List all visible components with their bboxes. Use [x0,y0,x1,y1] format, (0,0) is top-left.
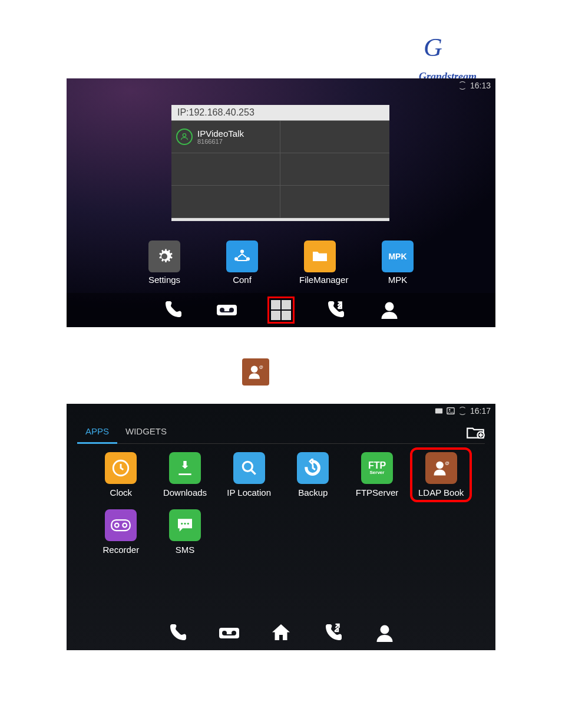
account-cell-empty[interactable] [280,153,389,186]
apps-grid-icon[interactable] [267,297,295,324]
app-ftpserver[interactable]: FTPServer FTPServer [351,452,404,498]
home-icon[interactable] [269,621,293,645]
svg-point-22 [181,523,183,525]
account-status-icon [176,129,193,145]
svg-point-23 [184,523,186,525]
app-ldap-book[interactable]: @ LDAP Book [414,451,468,499]
call-history-icon[interactable] [320,621,345,645]
people-icon [226,241,258,272]
app-backup[interactable]: Backup [287,452,339,498]
svg-rect-11 [435,409,442,414]
image-status-icon [447,407,455,415]
account-cell-empty[interactable] [280,186,389,218]
svg-rect-7 [222,311,232,312]
svg-point-9 [251,366,258,373]
tab-bar: APPS WIDGETS [77,420,485,444]
app-mpk[interactable]: MPK MPK [377,241,418,285]
app-downloads[interactable]: Downloads [159,452,211,498]
status-bar: 16:17 [435,406,491,416]
svg-point-20 [115,523,119,528]
svg-point-29 [381,625,389,634]
sync-icon [458,407,467,415]
contacts-icon[interactable] [376,298,403,322]
phone-icon[interactable] [159,298,186,322]
dock-bar [67,616,495,650]
svg-text:@: @ [445,460,449,466]
svg-point-13 [449,409,451,411]
folder-add-icon[interactable] [466,426,485,439]
sync-icon [458,81,467,90]
apps-screen-screenshot: 16:17 APPS WIDGETS Clock Downloads [67,404,495,650]
svg-point-24 [187,523,189,525]
voicemail-icon[interactable] [217,621,242,645]
app-ip-location[interactable]: IP Location [223,452,275,498]
call-history-icon[interactable] [322,298,349,322]
ldap-book-icon: @ [242,358,269,386]
status-clock: 16:13 [470,81,491,90]
account-widget: IP:192.168.40.253 IPVideoTalk 8166617 [171,105,389,221]
svg-point-16 [243,462,252,471]
svg-point-1 [240,249,244,253]
account-cell[interactable]: IPVideoTalk 8166617 [171,121,280,153]
mpk-icon: MPK [382,241,414,272]
home-screen-screenshot: 16:13 IP:192.168.40.253 IPVideoTalk 8166… [67,78,495,327]
ftp-icon: FTPServer [361,452,393,484]
tab-widgets[interactable]: WIDGETS [117,420,175,444]
svg-text:@: @ [259,365,263,369]
search-icon [233,452,265,484]
app-conf[interactable]: Conf [222,241,263,285]
ftp-status-icon [435,407,443,415]
folder-icon [304,241,336,272]
home-app-row: Settings Conf FileManager MPK MPK [67,241,495,285]
ip-header: IP:192.168.40.253 [171,105,389,121]
ldap-book-icon: @ [425,452,457,484]
voicemail-icon[interactable] [213,298,240,322]
chat-icon [169,509,201,541]
svg-rect-28 [224,634,234,635]
account-cell-empty[interactable] [171,153,280,186]
gear-icon [148,241,180,272]
account-cell-empty[interactable] [280,121,389,153]
app-sms[interactable]: SMS [159,509,211,555]
status-clock: 16:17 [470,406,491,416]
app-filemanager[interactable]: FileManager [299,241,340,285]
status-bar: 16:13 [458,81,491,90]
app-recorder[interactable]: Recorder [95,509,147,555]
svg-point-17 [436,462,444,469]
tab-apps[interactable]: APPS [77,420,117,444]
dock-bar [67,293,495,327]
app-grid: Clock Downloads IP Location Backup [95,452,467,555]
restore-icon [297,452,329,484]
svg-point-8 [385,302,394,311]
phone-icon[interactable] [165,621,190,645]
tape-icon [105,509,137,541]
account-cell-empty[interactable] [171,186,280,218]
app-settings[interactable]: Settings [144,241,185,285]
svg-point-0 [183,134,186,137]
svg-point-21 [123,523,127,528]
contacts-icon[interactable] [372,621,397,645]
clock-icon [105,452,137,484]
app-clock[interactable]: Clock [95,452,147,498]
download-icon [169,452,201,484]
